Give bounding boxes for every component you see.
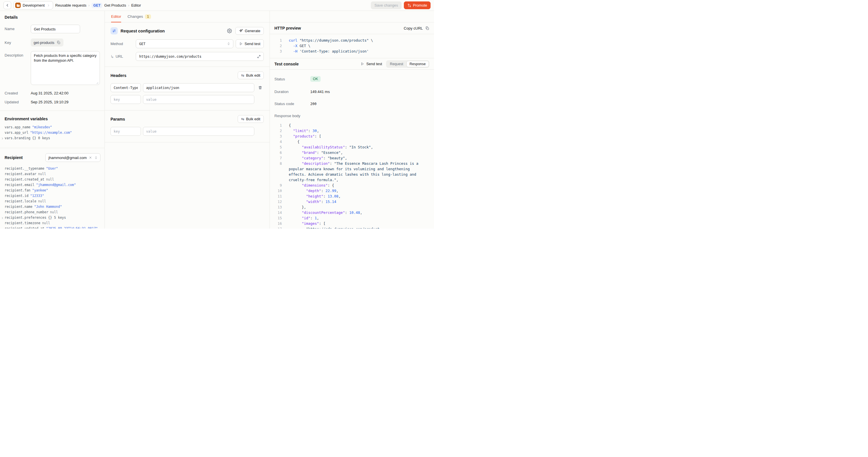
copy-curl-button[interactable]: Copy cURL (404, 26, 429, 30)
project-switcher[interactable]: Development (13, 1, 53, 9)
code-line: 17 "https://cdn.dummyjson.com/product-im… (274, 226, 423, 228)
response-body-label: Response body (274, 114, 310, 118)
header-value-input[interactable] (143, 83, 254, 92)
code-line: 13 }, (274, 204, 423, 210)
params-bulk-edit-button[interactable]: ⇆ Bulk edit (238, 115, 264, 123)
updated-value: Sep 25 2025, 19:10:29 (31, 100, 69, 104)
line-number: 13 (274, 204, 282, 210)
env-vars-title: Environment variables (0, 117, 104, 121)
send-test-button[interactable]: Send test (236, 39, 264, 48)
recipient-field-key: recipient.__typename (5, 166, 44, 171)
curl-preview-code: 1curl "https://dummyjson.com/products" \… (270, 34, 434, 58)
recipient-field-value: "jhammond@gmail.com" (36, 183, 76, 187)
code-line: 4 { (274, 139, 423, 144)
tab-editor[interactable]: Editor (111, 11, 121, 22)
recipient-field-key: recipient.updated_at (5, 226, 44, 228)
app-root: Development Reusable requests › GET Get … (0, 0, 434, 228)
recipient-field-key: recipient.email (5, 183, 34, 187)
tab-changes[interactable]: Changes 1 (127, 11, 151, 22)
url-label: ↳ URL (111, 54, 136, 59)
code-line: 7 "category": "beauty", (274, 155, 423, 161)
headers-title: Headers (111, 73, 126, 78)
param-key-input[interactable] (111, 127, 141, 136)
expand-url-button[interactable] (257, 55, 261, 59)
created-value: Aug 31 2025, 22:42:00 (31, 91, 69, 95)
status-badge: OK (310, 76, 321, 82)
recipient-field-row: recipient.created_atnull (0, 177, 104, 183)
code-line: 12 "width": 15.14 (274, 199, 423, 204)
param-value-input[interactable] (143, 127, 254, 136)
status-code-value: 200 (310, 102, 317, 106)
copy-icon (425, 26, 429, 30)
breadcrumb-editor: Editor (131, 3, 141, 7)
request-configuration-title: Request configuration (121, 29, 224, 33)
chevron-up-down-icon[interactable] (94, 156, 98, 160)
divider (0, 148, 104, 148)
code-line: 16 "images": [ (274, 221, 423, 226)
code-line: 3 -H 'Content-Type: application/json' (274, 49, 423, 54)
console-send-test-button[interactable]: Send test (361, 62, 382, 66)
code-line: 9 "dimensions": { (274, 183, 423, 188)
headers-bulk-edit-button[interactable]: ⇆ Bulk edit (238, 71, 264, 79)
description-textarea[interactable]: Fetch products from a specific category … (31, 51, 100, 85)
key-label: Key (5, 38, 31, 45)
header-row (111, 83, 264, 92)
env-vars-list: vars.app_name"mikesdev"vars.app_url"http… (0, 125, 104, 142)
bulk-edit-icon: ⇆ (241, 73, 244, 78)
recipient-field-row: recipient.name"John Hammond" (0, 205, 104, 210)
header-value-input[interactable] (143, 95, 254, 104)
url-input[interactable]: https://dummyjson.com/products (136, 52, 264, 61)
code-line: 2 -X GET \ (274, 43, 423, 49)
line-content: "images": [ (289, 221, 423, 226)
expand-chevron-icon[interactable] (1, 137, 4, 140)
method-select[interactable]: GET (136, 39, 234, 48)
settings-button[interactable] (227, 28, 232, 33)
request-tab[interactable]: Request (386, 61, 406, 67)
line-number: 15 (274, 215, 282, 221)
expand-chevron-icon[interactable] (1, 216, 4, 220)
line-content: "dimensions": { (289, 183, 423, 188)
breadcrumb-reusable-requests[interactable]: Reusable requests (55, 3, 86, 7)
line-content: curl "https://dummyjson.com/products" \ (289, 38, 423, 43)
params-title: Params (111, 117, 125, 121)
recipient-select[interactable]: jhammond@gmail.com (45, 153, 100, 162)
recipient-field-row: recipient.localenull (0, 199, 104, 205)
env-var-row: vars.branding{} 0 keys (0, 136, 104, 142)
request-response-toggle: Request Response (386, 60, 429, 68)
line-number: 2 (274, 128, 282, 133)
name-input[interactable] (31, 25, 80, 33)
line-content: "https://cdn.dummyjson.com/product-image… (289, 226, 423, 228)
clear-icon[interactable] (89, 156, 92, 159)
save-changes-button[interactable]: Save changes (371, 1, 401, 9)
recipient-field-key: recipient.avatar (5, 172, 36, 176)
response-tab[interactable]: Response (406, 61, 429, 67)
status-row: Status OK (270, 76, 434, 82)
breadcrumb-get-products[interactable]: Get Products (104, 3, 126, 7)
recipient-field-key: recipient.id (5, 194, 28, 198)
generate-button[interactable]: Generate (236, 27, 264, 35)
details-sidebar: Details Name Key get-products Descriptio… (0, 11, 105, 228)
duration-label: Duration (274, 90, 310, 94)
key-field-row: Key get-products (0, 38, 104, 47)
line-content: "category": "beauty", (289, 155, 423, 161)
recipient-field-value: null (42, 221, 50, 225)
delete-header-button[interactable] (256, 86, 264, 90)
recipient-field-value: "John Hammond" (34, 205, 62, 209)
url-row: ↳ URL https://dummyjson.com/products (111, 52, 264, 61)
header-key-input[interactable] (111, 83, 141, 92)
line-content: { (289, 139, 423, 144)
test-console-body: Status OK Duration 149.441 ms Status cod… (270, 70, 434, 228)
recipient-row: Recipient jhammond@gmail.com (0, 153, 104, 162)
code-line: 3 "products": [ (274, 133, 423, 139)
copy-key-button[interactable] (57, 40, 61, 44)
recipient-field-value: null (50, 210, 58, 214)
recipient-fields-list: recipient.__typename"User"recipient.avat… (0, 166, 104, 228)
back-button[interactable] (3, 1, 11, 9)
updated-label: Updated (5, 100, 31, 104)
line-number: 5 (274, 144, 282, 150)
updated-row: Updated Sep 25 2025, 19:10:29 (0, 100, 104, 104)
promote-button[interactable]: Promote (404, 1, 431, 9)
request-configuration-header: Request configuration Generate (111, 27, 264, 35)
header-key-input[interactable] (111, 95, 141, 104)
recipient-field-row: recipient.updated_at"2025-09-23T14:56:31… (0, 226, 104, 228)
